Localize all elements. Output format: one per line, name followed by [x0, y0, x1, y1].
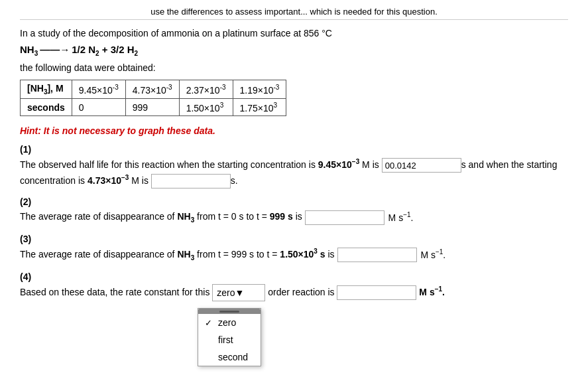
table-header-nh3: [NH3], M — [21, 80, 72, 99]
s3-text2: from t = 999 s to t = — [194, 249, 280, 260]
s2-input[interactable] — [305, 210, 384, 225]
table-cell-nh3-4: 1.19×10-3 — [233, 80, 286, 99]
s1-input-filled[interactable] — [382, 158, 461, 173]
s1-text4: concentration is — [20, 175, 88, 186]
dropdown-item-first[interactable]: first — [198, 331, 261, 348]
table-cell-sec-4: 1.75×103 — [233, 98, 286, 116]
s4-text2: order reaction is — [265, 287, 337, 297]
s2-bold-t: 999 s — [270, 211, 293, 222]
section-1: (1) The observed half life for this reac… — [20, 144, 568, 188]
checkmark-placeholder-first — [205, 335, 214, 345]
table-row-2: seconds 0 999 1.50×103 1.75×103 — [21, 98, 286, 116]
top-bar-text: use the differences to assess important.… — [150, 7, 438, 17]
s2-bold-nh3: NH3 — [177, 211, 194, 222]
s4-text1: Based on these data, the rate constant f… — [20, 287, 212, 297]
s2-unit: M s−1. — [386, 212, 414, 223]
section-4-num: (4) — [20, 271, 568, 282]
s1-text3: s and when the starting — [461, 159, 558, 170]
s2-text2: from t = 0 s to t = — [194, 211, 270, 222]
table-cell-sec-3: 1.50×103 — [179, 98, 233, 116]
s3-unit: M s−1. — [418, 250, 446, 260]
s1-text2: M is — [359, 159, 381, 170]
section-2-text: The average rate of disappearance of NH3… — [20, 209, 568, 226]
hint-text: Hint: It is not necessary to graph these… — [20, 125, 568, 136]
section-3-num: (3) — [20, 234, 568, 244]
s1-input-empty[interactable] — [151, 174, 231, 188]
s3-text1: The average rate of disappearance of — [20, 249, 177, 260]
table-cell-sec-2: 999 — [125, 98, 179, 116]
s3-bold-t: 1.50×103 s — [280, 249, 325, 260]
section-4: (4) Based on these data, the rate consta… — [20, 271, 568, 301]
dropdown-label-first: first — [218, 335, 233, 345]
equation: NH3 ——→ 1/2 N2 + 3/2 H2 — [20, 44, 568, 57]
section-3: (3) The average rate of disappearance of… — [20, 234, 568, 263]
checkmark-icon: ✓ — [205, 318, 214, 328]
section-3-text: The average rate of disappearance of NH3… — [20, 246, 568, 263]
table-cell-nh3-1: 9.45×10-3 — [72, 80, 125, 99]
table-cell-nh3-3: 2.37×10-3 — [179, 80, 233, 99]
s1-text6: s. — [231, 175, 238, 186]
s1-text1: The observed half life for this reaction… — [20, 159, 318, 170]
s2-text3: is — [293, 211, 305, 222]
s3-bold-nh3: NH3 — [177, 249, 194, 260]
table-header-seconds: seconds — [21, 98, 72, 116]
section-1-text: The observed half life for this reaction… — [20, 157, 568, 188]
s4-dropdown-trigger[interactable]: zero▼ — [212, 284, 265, 301]
dropdown-handle[interactable] — [198, 309, 261, 314]
s3-input[interactable] — [337, 248, 417, 262]
s1-bold1: 9.45×10−3 — [318, 159, 359, 170]
subtext: the following data were obtained: — [20, 62, 568, 73]
table-cell-sec-1: 0 — [72, 98, 125, 116]
dropdown-menu[interactable]: ✓ zero first second — [198, 308, 261, 366]
section-2: (2) The average rate of disappearance of… — [20, 196, 568, 226]
section-4-text: Based on these data, the rate constant f… — [20, 284, 568, 301]
dropdown-label-zero: zero — [218, 317, 236, 328]
table-cell-nh3-2: 4.73×10-3 — [125, 80, 179, 99]
s1-bold2: 4.73×10−3 — [88, 175, 129, 186]
page: use the differences to assess important.… — [0, 0, 588, 316]
section-2-num: (2) — [20, 196, 568, 207]
checkmark-placeholder-second — [205, 352, 214, 362]
dropdown-handle-bar — [219, 311, 239, 313]
section-1-num: (1) — [20, 144, 568, 155]
top-bar: use the differences to assess important.… — [20, 7, 568, 20]
dropdown-item-second[interactable]: second — [198, 348, 261, 366]
table-row-1: [NH3], M 9.45×10-3 4.73×10-3 2.37×10-3 1… — [21, 80, 286, 99]
s3-text3: is — [325, 249, 337, 260]
s2-text1: The average rate of disappearance of — [20, 211, 177, 222]
dropdown-item-zero[interactable]: ✓ zero — [198, 314, 261, 331]
data-table: [NH3], M 9.45×10-3 4.73×10-3 2.37×10-3 1… — [20, 80, 286, 116]
s1-text5: M is — [129, 175, 150, 186]
dropdown-label-second: second — [218, 352, 248, 362]
s4-unit: M s−1. — [416, 287, 445, 297]
s4-input[interactable] — [337, 285, 416, 300]
intro-text: In a study of the decomposition of ammon… — [20, 28, 568, 38]
